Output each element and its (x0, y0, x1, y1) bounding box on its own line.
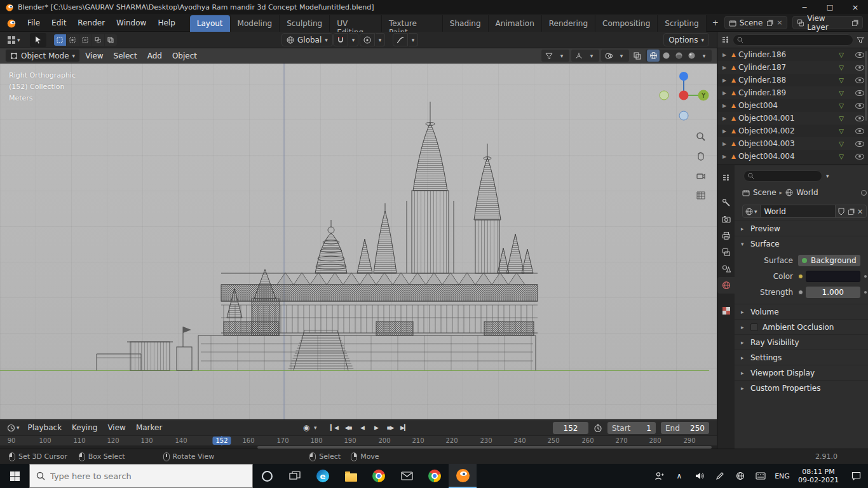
pin-id-icon[interactable] (861, 190, 867, 196)
shading-wireframe-button[interactable] (647, 50, 660, 62)
edge-icon[interactable]: e (309, 464, 337, 488)
show-gizmo-toggle[interactable] (573, 50, 585, 62)
menu-help[interactable]: Help (152, 15, 180, 30)
navigation-gizmo[interactable]: Y (658, 70, 709, 121)
copy-world-icon[interactable] (848, 210, 853, 215)
view-layer-selector[interactable]: View Layer (792, 16, 863, 29)
gizmo-y-negative[interactable] (660, 91, 668, 100)
start-frame-field[interactable]: Start1 (607, 422, 656, 434)
current-frame-badge[interactable]: 152 (212, 437, 231, 445)
outliner-row-object004-001[interactable]: ▶▲Object004.001▽ (717, 112, 868, 125)
interaction-mode-dropdown[interactable]: Object Mode ▾ (5, 49, 80, 62)
cortana-icon[interactable] (253, 464, 281, 488)
timeline-menu-marker[interactable]: Marker (131, 421, 167, 435)
tab-view-layer-properties[interactable] (717, 244, 735, 261)
expand-arrow-icon[interactable]: ▶ (722, 52, 729, 58)
gizmo-x-axis[interactable] (679, 91, 689, 100)
timeline-editor-type-button[interactable]: ▾ (4, 422, 23, 434)
outliner-row-cylinder-187[interactable]: ▶▲Cylinder.187▽ (717, 61, 868, 74)
jump-to-end-button[interactable]: ▶▎ (398, 422, 410, 433)
animate-decorator-icon[interactable] (864, 291, 867, 294)
expand-arrow-icon[interactable]: ▶ (722, 78, 729, 83)
taskbar-search-input[interactable] (50, 471, 228, 481)
tab-layout[interactable]: Layout (190, 15, 231, 32)
outliner-row-object004-002[interactable]: ▶▲Object004.002▽ (717, 125, 868, 137)
strength-field[interactable]: 1.000 (806, 287, 860, 298)
outliner-row-cylinder-186[interactable]: ▶▲Cylinder.186▽ (717, 48, 868, 61)
panel-viewport-display[interactable]: ▸ Viewport Display (735, 365, 868, 380)
tab-modeling[interactable]: Modeling (231, 15, 280, 32)
surface-shader-dropdown[interactable]: Background (798, 255, 860, 266)
animate-decorator-icon[interactable] (864, 275, 867, 278)
copy-view-layer-icon[interactable] (852, 21, 857, 26)
shading-rendered-button[interactable] (685, 50, 698, 62)
scene-selector[interactable]: Scene × (724, 16, 787, 29)
minimize-button[interactable]: ─ (792, 0, 817, 14)
current-frame-field[interactable]: 152 (553, 422, 588, 434)
action-center-icon[interactable] (844, 464, 868, 488)
panel-ambient-occlusion[interactable]: ▸ Ambient Occlusion (735, 319, 868, 334)
tab-uv-editing[interactable]: UV Editing (330, 15, 382, 32)
outliner-row-cylinder-188[interactable]: ▶▲Cylinder.188▽ (717, 74, 868, 86)
viewport-menu-add[interactable]: Add (142, 49, 167, 63)
visibility-eye-icon[interactable] (855, 52, 864, 58)
fake-user-shield-icon[interactable] (838, 208, 844, 215)
outliner-row-object004-004[interactable]: ▶▲Object004.004▽ (717, 150, 868, 163)
timeline-menu-view[interactable]: View (102, 421, 130, 435)
panel-custom-properties[interactable]: ▸ Custom Properties (735, 380, 868, 395)
taskbar-search-box[interactable] (29, 464, 253, 488)
previous-keyframe-button[interactable]: ◀▪ (342, 422, 355, 433)
tab-texture-paint[interactable]: Texture Paint (382, 15, 443, 32)
viewport-3d[interactable]: Object Mode ▾ View Select Add Object ▾ ▾… (0, 48, 717, 419)
play-button[interactable]: ▶ (370, 422, 383, 433)
properties-editor-type-button[interactable] (717, 169, 735, 186)
select-mode-intersect-button[interactable] (105, 34, 117, 46)
transform-orientation-dropdown[interactable]: Global ▾ (281, 33, 333, 46)
properties-filter-dropdown[interactable]: ▾ (826, 173, 829, 179)
camera-view-icon[interactable] (693, 169, 709, 183)
object-name[interactable]: Object004.004 (738, 152, 836, 161)
object-name[interactable]: Cylinder.189 (738, 88, 836, 97)
pen-icon[interactable] (710, 464, 729, 488)
volume-icon[interactable] (690, 464, 709, 488)
menu-window[interactable]: Window (111, 15, 152, 30)
jump-to-start-button[interactable]: ▎◀ (328, 422, 341, 433)
shading-dropdown[interactable]: ▾ (698, 50, 710, 62)
object-name[interactable]: Object004 (738, 101, 836, 110)
maximize-button[interactable]: □ (817, 0, 843, 14)
tab-rendering[interactable]: Rendering (542, 15, 595, 32)
touch-keyboard-icon[interactable] (751, 464, 770, 488)
viewport-menu-select[interactable]: Select (109, 49, 142, 63)
tab-shading[interactable]: Shading (443, 15, 489, 32)
visibility-eye-icon[interactable] (855, 78, 864, 83)
browser-icon-2[interactable] (421, 464, 449, 488)
panel-surface[interactable]: ▾ Surface (735, 236, 868, 251)
select-mode-set-button[interactable] (54, 34, 66, 46)
viewport-menu-view[interactable]: View (80, 49, 108, 63)
visibility-eye-icon[interactable] (855, 103, 864, 109)
proportional-edit-toggle[interactable] (360, 33, 375, 46)
expand-arrow-icon[interactable]: ▶ (722, 154, 729, 159)
breadcrumb-scene[interactable]: Scene (753, 188, 776, 197)
expand-arrow-icon[interactable]: ▶ (722, 90, 729, 96)
object-name[interactable]: Object004.003 (738, 139, 836, 148)
select-mode-subtract-button[interactable] (79, 34, 92, 46)
outliner-row-object004-003[interactable]: ▶▲Object004.003▽ (717, 137, 868, 150)
outliner-editor-type-button[interactable] (721, 36, 729, 44)
outliner-search-field[interactable] (733, 34, 853, 46)
end-frame-field[interactable]: End250 (661, 422, 709, 434)
outliner-scrollbar[interactable] (865, 51, 867, 121)
tab-compositing[interactable]: Compositing (595, 15, 658, 32)
outliner-row-object004[interactable]: ▶▲Object004▽ (717, 99, 868, 112)
show-overlays-toggle[interactable] (602, 50, 615, 62)
play-reverse-button[interactable]: ◀ (356, 422, 369, 433)
language-indicator[interactable]: ENG (771, 464, 793, 488)
viewport-canvas[interactable] (0, 48, 717, 419)
outliner-row-cylinder-189[interactable]: ▶▲Cylinder.189▽ (717, 86, 868, 99)
zoom-icon[interactable] (693, 130, 709, 144)
breadcrumb-world[interactable]: World (796, 188, 818, 197)
snap-options-dropdown[interactable]: ▾ (349, 33, 358, 46)
auto-keying-toggle[interactable]: ◉ (300, 422, 313, 433)
gizmo-z-negative[interactable] (679, 111, 688, 120)
world-name-field[interactable]: World (761, 205, 836, 218)
